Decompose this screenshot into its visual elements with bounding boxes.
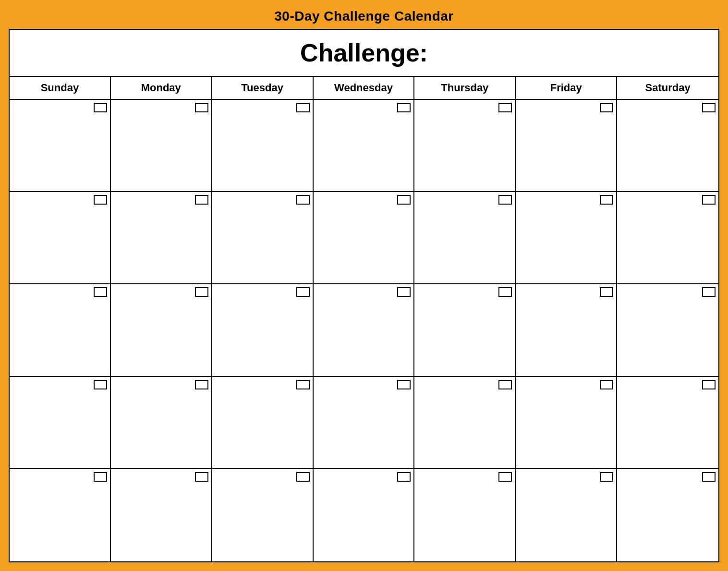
cell-corner — [94, 380, 107, 389]
cell-corner — [498, 287, 512, 297]
cell-corner — [702, 195, 716, 205]
calendar-cell[interactable] — [617, 192, 718, 284]
calendar-cell[interactable] — [212, 377, 314, 469]
calendar-cell[interactable] — [10, 469, 111, 561]
cell-corner — [296, 103, 310, 112]
calendar-cell[interactable] — [111, 469, 212, 561]
day-header-sunday: Sunday — [10, 77, 111, 99]
days-header: Sunday Monday Tuesday Wednesday Thursday… — [10, 77, 718, 100]
cell-corner — [702, 103, 716, 112]
cell-corner — [94, 195, 107, 205]
calendar-cell[interactable] — [314, 192, 415, 284]
page-title: 30-Day Challenge Calendar — [274, 9, 454, 24]
cell-corner — [397, 287, 411, 297]
calendar-cell[interactable] — [516, 284, 617, 377]
calendar-cell[interactable] — [111, 192, 212, 284]
day-header-monday: Monday — [111, 77, 212, 99]
cell-corner — [296, 380, 310, 389]
cell-corner — [498, 103, 512, 112]
cell-corner — [94, 472, 107, 482]
cell-corner — [195, 472, 208, 482]
cell-corner — [702, 472, 716, 482]
calendar-cell[interactable] — [414, 377, 516, 469]
calendar-cell[interactable] — [414, 469, 516, 561]
day-header-saturday: Saturday — [617, 77, 718, 99]
calendar-cell[interactable] — [10, 377, 111, 469]
cell-corner — [397, 195, 411, 205]
calendar-cell[interactable] — [111, 100, 212, 192]
calendar-grid — [10, 100, 718, 561]
challenge-header: Challenge: — [10, 30, 718, 77]
calendar-cell[interactable] — [314, 469, 415, 561]
cell-corner — [600, 195, 613, 205]
calendar-container: Challenge: Sunday Monday Tuesday Wednesd… — [9, 29, 719, 562]
calendar-cell[interactable] — [617, 100, 718, 192]
cell-corner — [296, 287, 310, 297]
day-header-friday: Friday — [516, 77, 617, 99]
calendar-cell[interactable] — [617, 377, 718, 469]
calendar-cell[interactable] — [111, 377, 212, 469]
challenge-title: Challenge: — [300, 38, 428, 67]
calendar-cell[interactable] — [314, 284, 415, 377]
calendar-cell[interactable] — [10, 100, 111, 192]
cell-corner — [397, 472, 411, 482]
day-header-thursday: Thursday — [414, 77, 516, 99]
cell-corner — [94, 287, 107, 297]
calendar-cell[interactable] — [10, 284, 111, 377]
cell-corner — [702, 287, 716, 297]
calendar-cell[interactable] — [212, 284, 314, 377]
cell-corner — [498, 380, 512, 389]
cell-corner — [600, 103, 613, 112]
day-header-tuesday: Tuesday — [212, 77, 314, 99]
cell-corner — [600, 472, 613, 482]
calendar-cell[interactable] — [414, 192, 516, 284]
calendar-cell[interactable] — [516, 469, 617, 561]
calendar-cell[interactable] — [111, 284, 212, 377]
calendar-cell[interactable] — [314, 100, 415, 192]
calendar-cell[interactable] — [516, 192, 617, 284]
calendar-cell[interactable] — [314, 377, 415, 469]
page-wrapper: 30-Day Challenge Calendar Challenge: Sun… — [0, 0, 728, 571]
cell-corner — [195, 103, 208, 112]
cell-corner — [600, 380, 613, 389]
calendar-cell[interactable] — [414, 100, 516, 192]
calendar-cell[interactable] — [516, 100, 617, 192]
day-header-wednesday: Wednesday — [314, 77, 415, 99]
cell-corner — [195, 380, 208, 389]
cell-corner — [397, 103, 411, 112]
calendar-cell[interactable] — [617, 469, 718, 561]
cell-corner — [498, 472, 512, 482]
cell-corner — [195, 195, 208, 205]
calendar-cell[interactable] — [10, 192, 111, 284]
cell-corner — [195, 287, 208, 297]
cell-corner — [397, 380, 411, 389]
cell-corner — [296, 195, 310, 205]
cell-corner — [702, 380, 716, 389]
cell-corner — [94, 103, 107, 112]
calendar-cell[interactable] — [212, 192, 314, 284]
cell-corner — [498, 195, 512, 205]
calendar-cell[interactable] — [617, 284, 718, 377]
calendar-cell[interactable] — [212, 469, 314, 561]
calendar-cell[interactable] — [414, 284, 516, 377]
calendar-cell[interactable] — [516, 377, 617, 469]
cell-corner — [296, 472, 310, 482]
calendar-cell[interactable] — [212, 100, 314, 192]
cell-corner — [600, 287, 613, 297]
